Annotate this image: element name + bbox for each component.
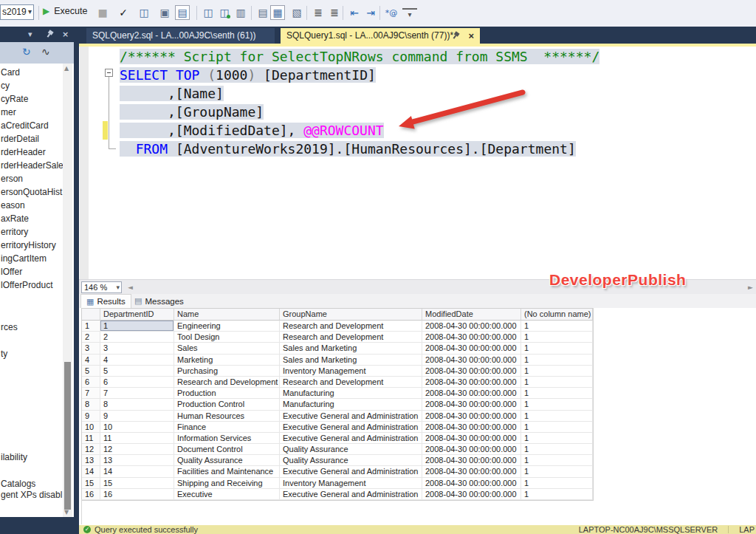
results-to-file-icon[interactable]: ▧ bbox=[289, 5, 304, 20]
grid-cell[interactable]: 1 bbox=[521, 332, 593, 343]
row-number-cell[interactable]: 8 bbox=[82, 399, 100, 410]
display-estimated-execution-plan-icon[interactable]: ◫ bbox=[137, 5, 151, 20]
grid-cell[interactable]: 2008-04-30 00:00:00.000 bbox=[422, 444, 521, 455]
grid-cell[interactable]: 6 bbox=[100, 377, 174, 388]
object-explorer-item[interactable]: Catalogs bbox=[1, 479, 35, 490]
grid-cell[interactable]: 2008-04-30 00:00:00.000 bbox=[422, 399, 521, 410]
grid-cell[interactable]: 1 bbox=[521, 399, 593, 410]
grid-cell[interactable]: 12 bbox=[100, 444, 174, 455]
row-number-cell[interactable]: 12 bbox=[82, 444, 100, 455]
comment-selection-icon[interactable]: ≣ bbox=[311, 5, 326, 20]
row-number-cell[interactable]: 14 bbox=[82, 466, 100, 477]
grid-cell[interactable]: 1 bbox=[521, 444, 593, 455]
grid-cell[interactable]: Research and Development bbox=[280, 321, 422, 332]
grid-cell[interactable]: 14 bbox=[100, 466, 174, 477]
object-explorer-item[interactable]: rderHeaderSale bbox=[1, 160, 63, 172]
row-number-cell[interactable]: 5 bbox=[82, 366, 100, 377]
grid-cell[interactable]: 1 bbox=[521, 355, 593, 366]
grid-cell[interactable]: 2008-04-30 00:00:00.000 bbox=[422, 332, 521, 343]
grid-header--no-column-name-[interactable]: (No column name) bbox=[521, 309, 593, 321]
grid-cell[interactable]: Sales and Marketing bbox=[280, 355, 422, 366]
grid-cell[interactable]: 2008-04-30 00:00:00.000 bbox=[422, 433, 521, 444]
row-number-cell[interactable]: 11 bbox=[82, 433, 100, 444]
row-number-cell[interactable]: 15 bbox=[82, 478, 100, 489]
decrease-indent-icon[interactable]: ⇤ bbox=[347, 5, 362, 20]
object-explorer-item[interactable]: aCreditCard bbox=[1, 120, 49, 132]
grid-cell[interactable]: 1 bbox=[521, 489, 593, 500]
row-number-cell[interactable]: 2 bbox=[82, 332, 100, 343]
grid-cell[interactable]: 15 bbox=[100, 478, 174, 489]
object-explorer-item[interactable]: rderHeader bbox=[1, 147, 46, 159]
code-line[interactable]: ,[GroupName] bbox=[120, 103, 599, 121]
object-explorer-item[interactable]: erritory bbox=[1, 227, 28, 239]
scroll-right-icon[interactable]: ► bbox=[748, 284, 753, 291]
scroll-up-icon[interactable]: ▲ bbox=[64, 65, 69, 72]
grid-cell[interactable]: Executive General and Administration bbox=[280, 466, 422, 477]
object-explorer-item[interactable]: cyRate bbox=[1, 94, 28, 106]
pin-icon[interactable] bbox=[44, 28, 55, 40]
code-line[interactable]: /****** Script for SelectTopNRows comman… bbox=[120, 47, 599, 66]
grid-cell[interactable]: Document Control bbox=[174, 444, 280, 455]
grid-cell[interactable]: 2008-04-30 00:00:00.000 bbox=[422, 377, 521, 388]
grid-cell[interactable]: 1 bbox=[521, 388, 593, 399]
grid-cell[interactable]: Executive General and Administration bbox=[280, 411, 422, 422]
object-explorer-item[interactable]: mer bbox=[1, 107, 16, 119]
grid-cell[interactable]: Production Control bbox=[174, 399, 280, 410]
grid-cell[interactable]: 2008-04-30 00:00:00.000 bbox=[422, 478, 521, 489]
activity-monitor-icon[interactable]: ∿ bbox=[41, 46, 50, 58]
grid-cell[interactable]: Research and Development bbox=[174, 377, 280, 388]
object-explorer-item[interactable]: ersonQuotaHist bbox=[1, 187, 62, 199]
grid-cell[interactable]: 2008-04-30 00:00:00.000 bbox=[422, 355, 521, 366]
chevron-down-icon[interactable]: ▾ bbox=[28, 30, 32, 39]
toolbar-overflow-icon[interactable]: ▾ bbox=[402, 8, 417, 18]
grid-cell[interactable]: 3 bbox=[100, 343, 174, 354]
grid-cell[interactable]: 1 bbox=[521, 377, 593, 388]
execute-button[interactable]: ▶ Execute bbox=[43, 6, 87, 16]
grid-cell[interactable]: 1 bbox=[100, 321, 174, 332]
close-icon[interactable]: × bbox=[468, 28, 474, 44]
include-actual-execution-plan-icon[interactable]: ◫ bbox=[201, 5, 216, 20]
grid-cell[interactable]: 1 bbox=[521, 422, 593, 433]
grid-cell[interactable]: Purchasing bbox=[174, 366, 280, 377]
grid-cell[interactable]: Executive bbox=[174, 489, 280, 500]
grid-cell[interactable]: Executive General and Administration bbox=[280, 433, 422, 444]
grid-cell[interactable]: 1 bbox=[521, 466, 593, 477]
database-dropdown[interactable]: s2019 ▾ bbox=[0, 4, 34, 20]
grid-cell[interactable]: 2008-04-30 00:00:00.000 bbox=[422, 343, 521, 354]
object-explorer-item[interactable]: cy bbox=[1, 81, 10, 92]
row-number-cell[interactable]: 13 bbox=[82, 455, 100, 466]
grid-cell[interactable]: Quality Assurance bbox=[174, 455, 280, 466]
object-explorer-item[interactable]: rces bbox=[1, 322, 18, 334]
row-number-cell[interactable]: 10 bbox=[82, 422, 100, 433]
grid-cell[interactable]: Executive General and Administration bbox=[280, 422, 422, 433]
row-number-cell[interactable]: 6 bbox=[82, 377, 100, 388]
grid-cell[interactable]: 1 bbox=[521, 433, 593, 444]
row-number-cell[interactable]: 1 bbox=[82, 321, 100, 332]
grid-cell[interactable]: Inventory Management bbox=[280, 478, 422, 489]
grid-cell[interactable]: Executive General and Administration bbox=[280, 489, 422, 500]
grid-cell[interactable]: Information Services bbox=[174, 433, 280, 444]
object-explorer-item[interactable]: ty bbox=[1, 349, 7, 360]
grid-cell[interactable]: 13 bbox=[100, 455, 174, 466]
grid-header-departmentid[interactable]: DepartmentID bbox=[100, 309, 174, 321]
close-icon[interactable]: × bbox=[62, 30, 69, 39]
scrollbar-thumb[interactable] bbox=[64, 362, 71, 510]
grid-cell[interactable]: Quality Assurance bbox=[280, 455, 422, 466]
grid-cell[interactable]: 1 bbox=[521, 343, 593, 354]
grid-header-modifieddate[interactable]: ModifiedDate bbox=[422, 309, 521, 321]
include-live-query-statistics-icon[interactable]: ◫ bbox=[217, 5, 232, 20]
grid-cell[interactable]: 1 bbox=[521, 455, 593, 466]
results-to-text-icon[interactable]: ▤ bbox=[255, 5, 270, 20]
tab-sqlquery2[interactable]: SQLQuery2.sql - LA...00AJ9C\senth (61)) bbox=[86, 28, 275, 44]
scroll-left-icon[interactable]: ◄ bbox=[128, 284, 133, 291]
row-number-cell[interactable]: 3 bbox=[82, 343, 100, 354]
grid-cell[interactable]: Engineering bbox=[174, 321, 280, 332]
zoom-dropdown[interactable]: 146 % ▾ bbox=[81, 281, 122, 293]
grid-cell[interactable]: Marketing bbox=[174, 355, 280, 366]
object-explorer-scrollbar[interactable]: ▲ ▼ bbox=[63, 64, 72, 517]
grid-cell[interactable]: Manufacturing bbox=[280, 388, 422, 399]
grid-cell[interactable]: Tool Design bbox=[174, 332, 280, 343]
grid-cell[interactable]: 16 bbox=[100, 489, 174, 500]
grid-cell[interactable]: Finance bbox=[174, 422, 280, 433]
row-number-cell[interactable]: 4 bbox=[82, 355, 100, 366]
